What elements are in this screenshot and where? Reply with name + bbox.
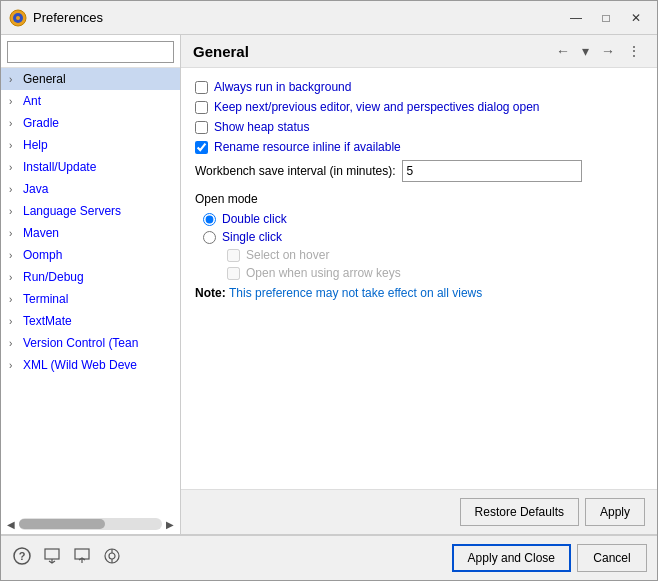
double_click-label[interactable]: Double click bbox=[222, 212, 287, 226]
tree-arrow-icon: › bbox=[9, 250, 19, 261]
sidebar-item-rundebug[interactable]: ›Run/Debug bbox=[1, 266, 180, 288]
scroll-left-arrow[interactable]: ◀ bbox=[7, 519, 15, 530]
select_hover-label: Select on hover bbox=[246, 248, 329, 262]
sidebar-item-label: Language Servers bbox=[23, 204, 121, 218]
sidebar-scrollbar: ◀ ▶ bbox=[1, 514, 180, 534]
select_hover-checkbox[interactable] bbox=[227, 249, 240, 262]
rename_resource-checkbox[interactable] bbox=[195, 141, 208, 154]
radio-row-double_click: Double click bbox=[203, 212, 643, 226]
svg-rect-5 bbox=[45, 549, 59, 559]
tree-arrow-icon: › bbox=[9, 118, 19, 129]
keep_editor-checkbox[interactable] bbox=[195, 101, 208, 114]
close-button[interactable]: ✕ bbox=[623, 8, 649, 28]
tree-arrow-icon: › bbox=[9, 140, 19, 151]
help-icon: ? bbox=[13, 547, 31, 565]
minimize-button[interactable]: — bbox=[563, 8, 589, 28]
sidebar-item-textmate[interactable]: ›TextMate bbox=[1, 310, 180, 332]
single_click-radio[interactable] bbox=[203, 231, 216, 244]
option-row-rename_resource: Rename resource inline if available bbox=[195, 140, 643, 154]
sidebar: ›General›Ant›Gradle›Help›Install/Update›… bbox=[1, 35, 181, 534]
tree-arrow-icon: › bbox=[9, 96, 19, 107]
nav-forward-button[interactable]: → bbox=[597, 41, 619, 61]
show_heap-label[interactable]: Show heap status bbox=[214, 120, 309, 134]
sidebar-item-label: Ant bbox=[23, 94, 41, 108]
sidebar-item-label: Run/Debug bbox=[23, 270, 84, 284]
sidebar-item-label: Oomph bbox=[23, 248, 62, 262]
cancel-button[interactable]: Cancel bbox=[577, 544, 647, 572]
maximize-button[interactable]: □ bbox=[593, 8, 619, 28]
open-mode-label: Open mode bbox=[195, 192, 643, 206]
right-panel: General ← ▾ → ⋮ Always run in background… bbox=[181, 35, 657, 534]
import-icon bbox=[73, 547, 91, 565]
scroll-right-arrow[interactable]: ▶ bbox=[166, 519, 174, 530]
tree-arrow-icon: › bbox=[9, 360, 19, 371]
sidebar-item-xml_wild_web_deve[interactable]: ›XML (Wild Web Deve bbox=[1, 354, 180, 376]
tree-area: ›General›Ant›Gradle›Help›Install/Update›… bbox=[1, 68, 180, 514]
titlebar-left: Preferences bbox=[9, 9, 103, 27]
sidebar-item-maven[interactable]: ›Maven bbox=[1, 222, 180, 244]
nav-back-dropdown-button[interactable]: ▾ bbox=[578, 41, 593, 61]
sidebar-item-label: Help bbox=[23, 138, 48, 152]
sidebar-item-help[interactable]: ›Help bbox=[1, 134, 180, 156]
panel-header: General ← ▾ → ⋮ bbox=[181, 35, 657, 68]
nav-back-button[interactable]: ← bbox=[552, 41, 574, 61]
apply-button[interactable]: Apply bbox=[585, 498, 645, 526]
sidebar-item-label: General bbox=[23, 72, 66, 86]
sub-option-row-open_arrow: Open when using arrow keys bbox=[227, 266, 643, 280]
nav-more-button[interactable]: ⋮ bbox=[623, 41, 645, 61]
workbench-row: Workbench save interval (in minutes): bbox=[195, 160, 643, 182]
workbench-label: Workbench save interval (in minutes): bbox=[195, 164, 396, 178]
sidebar-item-installupdate[interactable]: ›Install/Update bbox=[1, 156, 180, 178]
sidebar-item-label: Gradle bbox=[23, 116, 59, 130]
panel-nav: ← ▾ → ⋮ bbox=[552, 41, 645, 61]
radio-row-single_click: Single click bbox=[203, 230, 643, 244]
svg-text:?: ? bbox=[19, 550, 26, 562]
footer: ? bbox=[1, 534, 657, 580]
tree-arrow-icon: › bbox=[9, 338, 19, 349]
sidebar-item-label: XML (Wild Web Deve bbox=[23, 358, 137, 372]
sidebar-item-terminal[interactable]: ›Terminal bbox=[1, 288, 180, 310]
sidebar-item-gradle[interactable]: ›Gradle bbox=[1, 112, 180, 134]
sidebar-item-general[interactable]: ›General bbox=[1, 68, 180, 90]
sidebar-item-label: Java bbox=[23, 182, 48, 196]
help-icon-button[interactable]: ? bbox=[11, 545, 33, 571]
sidebar-item-java[interactable]: ›Java bbox=[1, 178, 180, 200]
double_click-radio[interactable] bbox=[203, 213, 216, 226]
tree-arrow-icon: › bbox=[9, 184, 19, 195]
workbench-interval-input[interactable] bbox=[402, 160, 582, 182]
export-icon bbox=[43, 547, 61, 565]
import-icon-button[interactable] bbox=[71, 545, 93, 571]
horizontal-scrollbar[interactable] bbox=[19, 518, 162, 530]
sidebar-item-version_control_tean[interactable]: ›Version Control (Tean bbox=[1, 332, 180, 354]
sidebar-item-label: Install/Update bbox=[23, 160, 96, 174]
option-row-show_heap: Show heap status bbox=[195, 120, 643, 134]
footer-right: Apply and Close Cancel bbox=[452, 544, 647, 572]
tree-arrow-icon: › bbox=[9, 316, 19, 327]
restore-defaults-button[interactable]: Restore Defaults bbox=[460, 498, 579, 526]
always_run-label[interactable]: Always run in background bbox=[214, 80, 351, 94]
keep_editor-label[interactable]: Keep next/previous editor, view and pers… bbox=[214, 100, 540, 114]
panel-body: Always run in backgroundKeep next/previo… bbox=[181, 68, 657, 489]
preferences-window: Preferences — □ ✕ ›General›Ant›Gradle›He… bbox=[0, 0, 658, 581]
note-row: Note: This preference may not take effec… bbox=[195, 286, 643, 300]
link-icon-button[interactable] bbox=[101, 545, 123, 571]
sidebar-item-ant[interactable]: ›Ant bbox=[1, 90, 180, 112]
titlebar: Preferences — □ ✕ bbox=[1, 1, 657, 35]
sidebar-item-language_servers[interactable]: ›Language Servers bbox=[1, 200, 180, 222]
sidebar-item-oomph[interactable]: ›Oomph bbox=[1, 244, 180, 266]
sidebar-item-label: Terminal bbox=[23, 292, 68, 306]
always_run-checkbox[interactable] bbox=[195, 81, 208, 94]
rename_resource-label[interactable]: Rename resource inline if available bbox=[214, 140, 401, 154]
open_arrow-checkbox[interactable] bbox=[227, 267, 240, 280]
single_click-label[interactable]: Single click bbox=[222, 230, 282, 244]
svg-point-10 bbox=[109, 553, 115, 559]
sidebar-item-label: TextMate bbox=[23, 314, 72, 328]
search-input[interactable] bbox=[7, 41, 174, 63]
tree-arrow-icon: › bbox=[9, 228, 19, 239]
export-icon-button[interactable] bbox=[41, 545, 63, 571]
show_heap-checkbox[interactable] bbox=[195, 121, 208, 134]
link-icon bbox=[103, 547, 121, 565]
sidebar-item-label: Maven bbox=[23, 226, 59, 240]
tree-arrow-icon: › bbox=[9, 74, 19, 85]
apply-close-button[interactable]: Apply and Close bbox=[452, 544, 571, 572]
